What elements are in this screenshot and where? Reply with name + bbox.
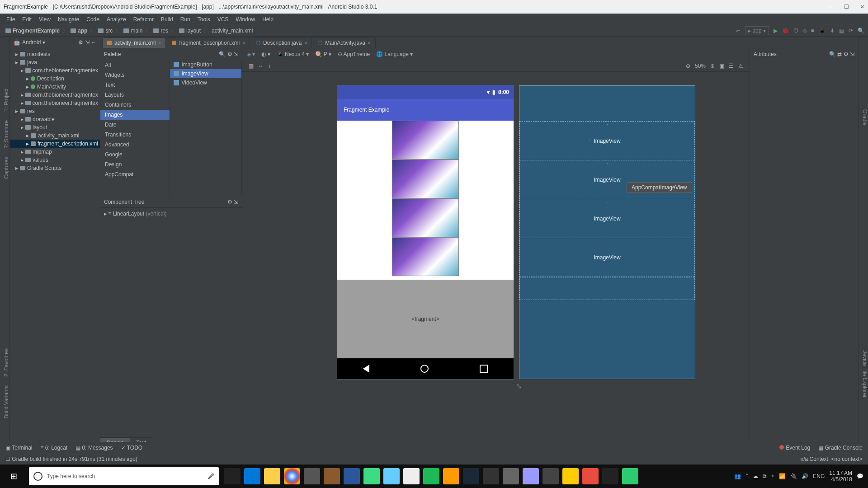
menu-analyze[interactable]: Analyze (103, 16, 130, 23)
design-surface-dropdown[interactable]: ◈ ▾ (247, 51, 255, 57)
explorer-icon[interactable] (264, 468, 280, 484)
palette-category[interactable]: Images (100, 110, 170, 120)
palette-widget[interactable]: VideoView (170, 78, 241, 87)
paint-icon[interactable] (324, 468, 340, 484)
lang-indicator[interactable]: ENG (813, 473, 825, 479)
search-icon[interactable]: 🔍 (858, 28, 864, 34)
preview-image-3[interactable] (392, 198, 459, 237)
mic-icon[interactable]: 🎤 (208, 473, 214, 479)
app4-icon[interactable] (562, 468, 579, 484)
palette-category[interactable]: Layouts (100, 90, 170, 100)
tree-item[interactable]: ▸ com.thebioneer.fragmentex (10, 91, 100, 99)
app2-icon[interactable] (483, 468, 499, 484)
android-studio-icon[interactable] (363, 468, 380, 484)
menu-edit[interactable]: Edit (19, 16, 35, 23)
close-icon[interactable]: × (158, 41, 161, 46)
close-icon[interactable]: × (368, 41, 371, 46)
preview-image-2[interactable] (392, 160, 459, 198)
taskbar-search[interactable]: Type here to search 🎤 (29, 467, 219, 485)
avd-icon[interactable]: 📱 (819, 28, 826, 34)
project-settings-icon[interactable]: ⚙ ⇲ ← (78, 39, 96, 46)
start-button[interactable]: ⊞ (0, 465, 27, 488)
theme-dropdown[interactable]: ⊙ AppTheme (338, 51, 370, 57)
menu-build[interactable]: Build (157, 16, 177, 23)
zoom-fit-icon[interactable]: ▣ (719, 63, 724, 69)
blueprint-preview[interactable]: ImageView ImageView ImageView ImageView (519, 85, 695, 379)
bc-project[interactable]: FragmentExample (4, 28, 61, 34)
palette-category[interactable]: Transitions (100, 130, 170, 140)
tool-structure[interactable]: 7: Structure (3, 118, 9, 150)
tool-project[interactable]: 1: Project (3, 87, 9, 113)
notepad-icon[interactable] (383, 468, 400, 484)
notifications-icon[interactable]: 💬 (857, 473, 863, 479)
bc-src[interactable]: src (96, 28, 114, 34)
tool-messages[interactable]: ▤ 0: Messages (75, 445, 113, 451)
dropbox-icon[interactable]: ⧉ (763, 473, 767, 479)
palette-widget[interactable]: ImageButton (170, 60, 241, 69)
back-icon[interactable]: ⤺ (736, 28, 741, 34)
warnings-icon[interactable]: ⚠ (738, 63, 743, 69)
tree-item[interactable]: ▸ drawable (10, 115, 100, 123)
language-dropdown[interactable]: 🌐 Language ▾ (376, 51, 413, 57)
app3-icon[interactable] (542, 468, 559, 484)
nav-recent-icon[interactable] (480, 365, 488, 373)
nav-back-icon[interactable] (363, 365, 369, 373)
app-icon[interactable] (304, 468, 320, 484)
tree-item[interactable]: ▸ Gradle Scripts (10, 164, 100, 172)
palette-category[interactable]: All (100, 60, 170, 70)
bc-res[interactable]: res (151, 28, 170, 34)
layers-icon[interactable]: ☰ (729, 63, 734, 69)
close-icon[interactable]: × (242, 41, 245, 46)
bc-layout[interactable]: layout (177, 28, 203, 34)
component-tree-tools[interactable]: ⚙ ⇲ (227, 199, 238, 205)
unity-icon[interactable] (602, 468, 618, 484)
menu-navigate[interactable]: Navigate (54, 16, 83, 23)
calendar-icon[interactable] (403, 468, 420, 484)
tree-item[interactable]: ▸ res (10, 107, 100, 115)
tree-item[interactable]: ▸ fragment_description.xml (10, 140, 100, 148)
taskbar-clock[interactable]: 11:17 AM 4/5/2018 (829, 470, 852, 483)
people-icon[interactable]: 👥 (734, 473, 741, 479)
tree-item[interactable]: ▸ java (10, 58, 100, 66)
device-dropdown[interactable]: 📱 Nexus 4 ▾ (277, 51, 309, 57)
tree-item[interactable]: ▸ mipmap (10, 148, 100, 156)
palette-category[interactable]: Text (100, 80, 170, 90)
onedrive-icon[interactable]: ☁ (753, 473, 758, 479)
wifi-tray-icon[interactable]: 📶 (779, 473, 786, 479)
bluetooth-icon[interactable]: ᚼ (771, 473, 774, 479)
menu-code[interactable]: Code (83, 16, 103, 23)
menu-refactor[interactable]: Refactor (130, 16, 157, 23)
run-target-dropdown[interactable]: ▸ app ▾ (745, 26, 769, 35)
palette-tools[interactable]: 🔍 ⚙ ⇲ (219, 51, 238, 57)
attach-icon[interactable]: ⎋ (803, 28, 807, 34)
close-icon[interactable]: × (304, 41, 307, 46)
tray-up-icon[interactable]: ˄ (745, 473, 748, 479)
blueprint-imageview-4[interactable]: ImageView (520, 238, 694, 277)
chrome-icon[interactable] (284, 468, 300, 484)
preview-image-4[interactable] (392, 237, 459, 276)
maximize-icon[interactable]: ☐ (844, 4, 849, 10)
tab-fragment-description[interactable]: fragment_description.xml× (167, 38, 250, 48)
pan-h-icon[interactable]: ↔ (258, 63, 264, 69)
tree-item[interactable]: ▸ manifests (10, 50, 100, 58)
nav-home-icon[interactable] (420, 365, 429, 373)
tool-captures[interactable]: Captures (3, 155, 9, 181)
menu-vcs[interactable]: VCS (214, 16, 232, 23)
profiler-icon[interactable]: ⏱ (793, 28, 799, 34)
illustrator-icon[interactable] (443, 468, 459, 484)
calc-icon[interactable] (503, 468, 519, 484)
pan-v-icon[interactable]: ↕ (268, 63, 271, 69)
menu-file[interactable]: File (3, 16, 19, 23)
steam-icon[interactable] (463, 468, 479, 484)
tab-mainactivity-java[interactable]: MainActivity.java× (313, 38, 375, 48)
resize-handle-icon[interactable]: ⤡ (516, 382, 522, 390)
api-dropdown[interactable]: 🍭 P ▾ (315, 51, 331, 57)
volume-icon[interactable]: 🔊 (802, 473, 808, 479)
tool-logcat[interactable]: ≡ 6: Logcat (40, 445, 67, 451)
tree-item[interactable]: ▸ values (10, 156, 100, 164)
edge-icon[interactable] (244, 468, 260, 484)
menu-tools[interactable]: Tools (194, 16, 214, 23)
palette-category[interactable]: Date (100, 120, 170, 130)
sync-icon[interactable]: ⟳ (849, 28, 853, 34)
tool-gradle[interactable]: Gradle (862, 108, 868, 127)
